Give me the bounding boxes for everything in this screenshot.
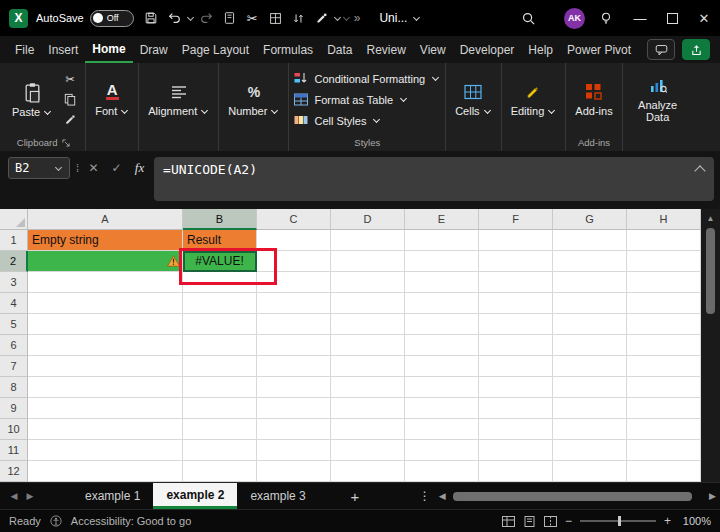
copy-button[interactable] [60,92,80,107]
cell-d7[interactable] [331,356,405,377]
row-header-8[interactable]: 8 [0,377,28,398]
row-header-1[interactable]: 1 [0,230,28,251]
minimize-button[interactable]: — [624,0,656,36]
cell-f4[interactable] [479,293,553,314]
menu-insert[interactable]: Insert [41,36,85,63]
cell-g4[interactable] [553,293,627,314]
cell-a2[interactable] [28,251,183,272]
cell-d4[interactable] [331,293,405,314]
cell-a3[interactable] [28,272,183,293]
close-button[interactable]: ✕ [688,0,720,36]
cell-e1[interactable] [405,230,479,251]
share-button[interactable] [682,39,710,60]
cell-h3[interactable] [627,272,701,293]
cell-g1[interactable] [553,230,627,251]
cell-c3[interactable] [257,272,331,293]
cell-f6[interactable] [479,335,553,356]
workbook-title[interactable]: Uni... [379,11,421,25]
cell-d10[interactable] [331,419,405,440]
conditional-formatting-button[interactable]: Conditional Formatting [294,72,440,85]
menu-data[interactable]: Data [320,36,359,63]
column-header-f[interactable]: F [479,209,553,230]
cell-d9[interactable] [331,398,405,419]
cell-h7[interactable] [627,356,701,377]
name-box-dropdown-icon[interactable] [55,163,62,170]
cell-a1[interactable]: Empty string [28,230,183,251]
row-header-10[interactable]: 10 [0,419,28,440]
cell-f2[interactable] [479,251,553,272]
column-header-h[interactable]: H [627,209,701,230]
clipboard-dialog-launcher-icon[interactable] [62,139,70,147]
cell-f10[interactable] [479,419,553,440]
add-sheet-icon[interactable]: + [345,488,365,505]
row-header-12[interactable]: 12 [0,461,28,482]
row-header-9[interactable]: 9 [0,398,28,419]
cell-a7[interactable] [28,356,183,377]
cut-icon[interactable]: ✂ [242,6,263,30]
cell-g8[interactable] [553,377,627,398]
cell-e12[interactable] [405,461,479,482]
row-header-2[interactable]: 2 [0,251,28,272]
format-painter-dropdown-icon[interactable] [334,13,341,20]
cell-b12[interactable] [183,461,257,482]
cell-h10[interactable] [627,419,701,440]
horizontal-scrollbar[interactable]: ◀ ▶ [439,490,716,502]
cell-e11[interactable] [405,440,479,461]
save-icon[interactable] [141,6,162,30]
column-header-b[interactable]: B [183,209,257,230]
row-header-11[interactable]: 11 [0,440,28,461]
menu-power-pivot[interactable]: Power Pivot [560,36,638,63]
cell-g2[interactable] [553,251,627,272]
sheet-menu-icon[interactable]: ⋮ [417,489,433,503]
hscroll-left-icon[interactable]: ◀ [439,491,446,501]
cell-h9[interactable] [627,398,701,419]
cell-h4[interactable] [627,293,701,314]
cell-d12[interactable] [331,461,405,482]
menu-help[interactable]: Help [521,36,560,63]
cell-f1[interactable] [479,230,553,251]
redo-icon[interactable] [196,6,217,30]
cell-b1[interactable]: Result [183,230,257,251]
cell-d1[interactable] [331,230,405,251]
cell-a6[interactable] [28,335,183,356]
cell-b3[interactable] [183,272,257,293]
cell-f12[interactable] [479,461,553,482]
cell-c6[interactable] [257,335,331,356]
name-box[interactable]: B2 [8,157,70,179]
cell-e6[interactable] [405,335,479,356]
column-header-d[interactable]: D [331,209,405,230]
cell-f11[interactable] [479,440,553,461]
cell-f8[interactable] [479,377,553,398]
cell-a10[interactable] [28,419,183,440]
cell-d11[interactable] [331,440,405,461]
search-icon[interactable] [518,6,539,30]
cell-d6[interactable] [331,335,405,356]
menu-view[interactable]: View [413,36,453,63]
cell-c2[interactable] [257,251,331,272]
format-painter-icon[interactable] [311,6,332,30]
menu-draw[interactable]: Draw [133,36,175,63]
cell-h11[interactable] [627,440,701,461]
column-header-c[interactable]: C [257,209,331,230]
page-break-view-icon[interactable] [544,516,557,527]
cell-g9[interactable] [553,398,627,419]
cell-b6[interactable] [183,335,257,356]
cell-c7[interactable] [257,356,331,377]
cell-e4[interactable] [405,293,479,314]
cell-e8[interactable] [405,377,479,398]
cell-c9[interactable] [257,398,331,419]
cell-c11[interactable] [257,440,331,461]
column-header-a[interactable]: A [28,209,183,230]
cell-h8[interactable] [627,377,701,398]
maximize-button[interactable] [656,0,688,36]
cell-b11[interactable] [183,440,257,461]
cell-c12[interactable] [257,461,331,482]
vertical-scroll-thumb[interactable] [706,228,715,314]
sheet-tab-example-3[interactable]: example 3 [237,483,318,509]
row-header-7[interactable]: 7 [0,356,28,377]
sheet-nav-right-icon[interactable]: ▶ [22,491,38,501]
vertical-scrollbar[interactable]: ▲ [701,209,720,482]
menu-review[interactable]: Review [359,36,412,63]
cell-e5[interactable] [405,314,479,335]
editing-menu-button[interactable]: Editing [507,79,561,120]
